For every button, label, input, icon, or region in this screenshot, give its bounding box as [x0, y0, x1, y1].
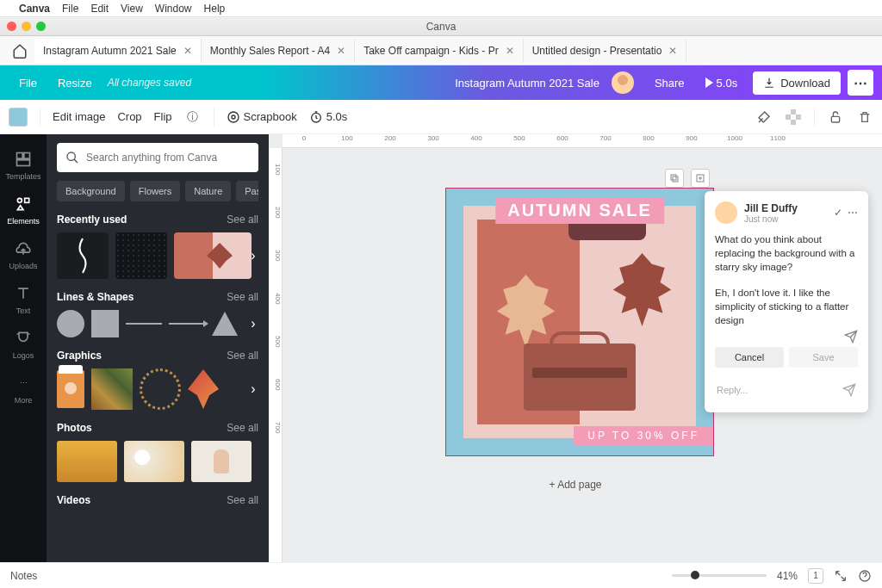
shape-arrow-line[interactable]	[169, 323, 205, 325]
close-icon[interactable]: ✕	[183, 45, 192, 57]
timing-label: 5.0s	[326, 110, 348, 123]
see-all-link[interactable]: See all	[227, 350, 258, 362]
chevron-right-icon[interactable]: ›	[245, 381, 262, 398]
resize-button[interactable]: Resize	[47, 71, 102, 95]
crop-button[interactable]: Crop	[117, 110, 141, 123]
trash-icon[interactable]	[856, 108, 873, 126]
share-button[interactable]: Share	[643, 71, 697, 95]
graphic-thumbnail[interactable]	[91, 368, 133, 410]
app-name[interactable]: Canva	[19, 3, 50, 15]
cancel-button[interactable]: Cancel	[715, 347, 784, 368]
design-headline[interactable]: AUTUMN SALE	[495, 197, 664, 224]
graphic-thumbnail[interactable]	[57, 370, 84, 408]
close-icon[interactable]: ✕	[668, 45, 677, 57]
doc-tab[interactable]: Untitled design - Presentatio✕	[524, 39, 687, 63]
lock-icon[interactable]	[827, 108, 844, 126]
shape-circle[interactable]	[57, 310, 84, 337]
close-icon[interactable]: ✕	[506, 45, 514, 57]
chip[interactable]: Pastel b	[236, 181, 258, 201]
more-button[interactable]: ⋯	[848, 70, 873, 96]
doc-tab[interactable]: Take Off campaign - Kids - Pr✕	[355, 39, 524, 63]
graphic-thumbnail[interactable]	[140, 368, 181, 410]
rail-templates[interactable]: Templates	[0, 143, 47, 188]
svg-rect-8	[786, 120, 791, 125]
flip-button[interactable]: Flip	[154, 110, 172, 123]
scrapbook-button[interactable]: Scrapbook	[227, 110, 297, 124]
photo-thumbnail[interactable]	[57, 441, 117, 482]
page-count[interactable]: 1	[808, 568, 823, 584]
thumbnail[interactable]	[115, 232, 167, 279]
rail-more[interactable]: ⋯More	[0, 367, 47, 412]
chip[interactable]: Nature	[185, 181, 231, 201]
section-title: Lines & Shapes	[57, 291, 134, 303]
comment-more-icon[interactable]: ⋯	[848, 207, 858, 219]
info-icon[interactable]: ⓘ	[184, 108, 202, 126]
timing-button[interactable]: 5.0s	[309, 110, 348, 124]
thumbnail[interactable]	[57, 232, 109, 279]
menu-edit[interactable]: Edit	[90, 3, 109, 15]
send-icon[interactable]	[842, 383, 856, 397]
see-all-link[interactable]: See all	[227, 494, 258, 506]
shape-line[interactable]	[126, 323, 162, 325]
color-swatch[interactable]	[9, 108, 28, 127]
home-button[interactable]	[5, 39, 34, 63]
resolve-icon[interactable]: ✓	[834, 207, 842, 219]
mac-menubar: Canva File Edit View Window Help	[0, 0, 882, 17]
rail-logos[interactable]: Logos	[0, 322, 47, 367]
file-button[interactable]: File	[9, 71, 47, 95]
zoom-slider[interactable]	[672, 574, 767, 577]
reply-draft[interactable]: Eh, I don't love it. I like the simplici…	[715, 286, 858, 327]
design-subtext[interactable]: UP TO 30% OFF	[574, 426, 713, 445]
shape-triangle[interactable]	[212, 312, 238, 336]
photo-thumbnail[interactable]	[124, 441, 184, 482]
help-icon[interactable]	[858, 569, 872, 583]
canvas-area[interactable]: 010020030040050060070080090010001100 100…	[269, 134, 882, 562]
fullscreen-icon[interactable]	[834, 569, 848, 583]
send-icon[interactable]	[844, 330, 858, 344]
chip[interactable]: Background	[57, 181, 125, 201]
duplicate-page-icon[interactable]	[665, 169, 684, 188]
add-page-icon[interactable]	[691, 169, 710, 188]
chip[interactable]: Flowers	[130, 181, 181, 201]
window-max-icon[interactable]	[36, 22, 46, 31]
transparency-icon[interactable]	[785, 108, 802, 126]
add-page-button[interactable]: + Add page	[549, 479, 601, 491]
menu-window[interactable]: Window	[155, 3, 192, 15]
window-min-icon[interactable]	[22, 22, 31, 31]
see-all-link[interactable]: See all	[227, 422, 258, 434]
search-input[interactable]	[86, 152, 250, 164]
chevron-right-icon[interactable]: ›	[245, 247, 262, 264]
close-icon[interactable]: ✕	[337, 45, 345, 57]
see-all-link[interactable]: See all	[227, 291, 258, 303]
rail-uploads[interactable]: Uploads	[0, 232, 47, 277]
reply-input[interactable]: Reply...	[715, 378, 858, 402]
download-button[interactable]: Download	[753, 71, 841, 95]
doc-tab[interactable]: Instagram Autumn 2021 Sale✕	[34, 39, 202, 63]
notes-button[interactable]: Notes	[10, 570, 37, 582]
rail-label: More	[15, 396, 33, 405]
rail-elements[interactable]: Elements	[0, 188, 47, 232]
menu-view[interactable]: View	[121, 3, 143, 15]
graphic-thumbnail[interactable]	[188, 369, 219, 409]
doc-tab-label: Untitled design - Presentatio	[532, 45, 662, 57]
design-canvas[interactable]: AUTUMN SALE UP TO 30% OFF	[445, 188, 714, 456]
design-element-bag[interactable]	[524, 344, 636, 411]
present-button[interactable]: 5.0s	[697, 71, 747, 95]
menu-file[interactable]: File	[62, 3, 78, 15]
thumbnail[interactable]	[174, 232, 252, 279]
zoom-value[interactable]: 41%	[777, 570, 798, 582]
save-button[interactable]: Save	[789, 347, 858, 368]
user-avatar-icon[interactable]	[612, 71, 634, 94]
menu-help[interactable]: Help	[204, 3, 226, 15]
effects-icon[interactable]	[755, 108, 773, 126]
see-all-link[interactable]: See all	[227, 214, 258, 226]
edit-image-button[interactable]: Edit image	[53, 110, 105, 123]
design-title[interactable]: Instagram Autumn 2021 Sale	[455, 77, 599, 90]
search-field[interactable]	[57, 143, 258, 172]
photo-thumbnail[interactable]	[191, 441, 252, 482]
window-close-icon[interactable]	[7, 22, 16, 31]
chevron-right-icon[interactable]: ›	[245, 315, 262, 332]
shape-square[interactable]	[91, 310, 119, 337]
doc-tab[interactable]: Monthly Sales Report - A4✕	[202, 39, 355, 63]
rail-text[interactable]: Text	[0, 277, 47, 322]
